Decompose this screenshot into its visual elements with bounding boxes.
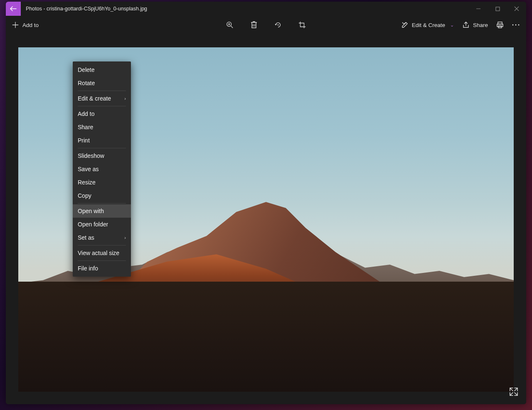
chevron-right-icon: › — [124, 96, 126, 101]
plus-icon — [12, 21, 19, 29]
share-label: Share — [473, 22, 488, 28]
menu-item-open-with[interactable]: Open with — [73, 204, 131, 218]
menu-item-slideshow[interactable]: Slideshow — [73, 149, 131, 162]
minimize-button[interactable] — [469, 2, 488, 16]
crop-button[interactable] — [298, 21, 306, 29]
close-button[interactable] — [507, 2, 526, 16]
add-to-label: Add to — [22, 22, 39, 28]
more-button[interactable] — [512, 21, 520, 29]
crop-icon — [298, 21, 306, 29]
menu-separator — [78, 245, 126, 246]
menu-item-view-actual-size[interactable]: View actual size — [73, 246, 131, 260]
menu-item-delete[interactable]: Delete — [73, 63, 131, 76]
edit-create-label: Edit & Create — [412, 22, 445, 28]
menu-item-edit-create[interactable]: Edit & create› — [73, 92, 131, 105]
menu-separator — [78, 106, 126, 106]
titlebar: Photos - cristina-gottardi-CSpjU6hYo_0-u… — [6, 2, 526, 16]
menu-separator — [78, 148, 126, 148]
menu-item-file-info[interactable]: File info — [73, 262, 131, 275]
zoom-button[interactable] — [226, 21, 234, 29]
svg-rect-0 — [496, 7, 500, 11]
share-button[interactable]: Share — [462, 21, 488, 29]
menu-item-resize[interactable]: Resize — [73, 176, 131, 189]
back-button[interactable] — [6, 2, 21, 16]
menu-item-add-to[interactable]: Add to — [73, 107, 131, 120]
window-controls — [469, 2, 526, 16]
trash-icon — [250, 21, 258, 29]
menu-separator — [78, 91, 126, 91]
chevron-right-icon: › — [124, 235, 126, 240]
add-to-button[interactable]: Add to — [12, 21, 39, 29]
menu-item-label: Print — [78, 137, 90, 144]
menu-item-label: Save as — [78, 166, 99, 172]
share-icon — [462, 21, 470, 29]
svg-rect-3 — [498, 22, 502, 24]
more-icon — [512, 21, 520, 29]
menu-separator — [78, 203, 126, 204]
fullscreen-button[interactable] — [509, 387, 519, 397]
maximize-button[interactable] — [488, 2, 507, 16]
chevron-down-icon: ⌄ — [450, 22, 454, 28]
menu-item-set-as[interactable]: Set as› — [73, 231, 131, 244]
menu-item-label: Add to — [78, 110, 94, 117]
menu-separator — [78, 260, 126, 261]
zoom-in-icon — [226, 21, 234, 29]
menu-item-label: Set as — [78, 234, 94, 241]
menu-item-label: View actual size — [78, 250, 119, 256]
print-button[interactable] — [496, 21, 504, 29]
menu-item-copy[interactable]: Copy — [73, 189, 131, 202]
svg-rect-4 — [497, 24, 503, 27]
menu-item-open-folder[interactable]: Open folder — [73, 218, 131, 231]
menu-item-label: Slideshow — [78, 152, 104, 159]
svg-point-6 — [512, 25, 514, 26]
rotate-icon — [274, 21, 282, 29]
menu-item-share[interactable]: Share — [73, 120, 131, 134]
menu-item-print[interactable]: Print — [73, 134, 131, 147]
svg-point-2 — [278, 25, 279, 26]
menu-item-label: Share — [78, 124, 93, 130]
menu-item-label: Copy — [78, 192, 91, 199]
context-menu: DeleteRotateEdit & create›Add toSharePri… — [73, 61, 131, 277]
menu-item-label: Delete — [78, 66, 94, 73]
menu-item-rotate[interactable]: Rotate — [73, 76, 131, 90]
toolbar: Add to — [6, 16, 526, 34]
svg-point-7 — [515, 25, 517, 26]
print-icon — [496, 21, 504, 29]
delete-button[interactable] — [250, 21, 258, 29]
svg-point-8 — [518, 25, 520, 26]
menu-item-label: Edit & create — [78, 95, 111, 102]
edit-icon — [401, 21, 409, 29]
rotate-button[interactable] — [274, 21, 282, 29]
menu-item-save-as[interactable]: Save as — [73, 162, 131, 176]
edit-create-button[interactable]: Edit & Create ⌄ — [401, 21, 454, 29]
menu-item-label: Open folder — [78, 221, 108, 228]
menu-item-label: File info — [78, 265, 98, 272]
window-title: Photos - cristina-gottardi-CSpjU6hYo_0-u… — [21, 6, 147, 12]
menu-item-label: Rotate — [78, 80, 95, 86]
menu-item-label: Resize — [78, 179, 96, 186]
menu-item-label: Open with — [78, 208, 104, 214]
